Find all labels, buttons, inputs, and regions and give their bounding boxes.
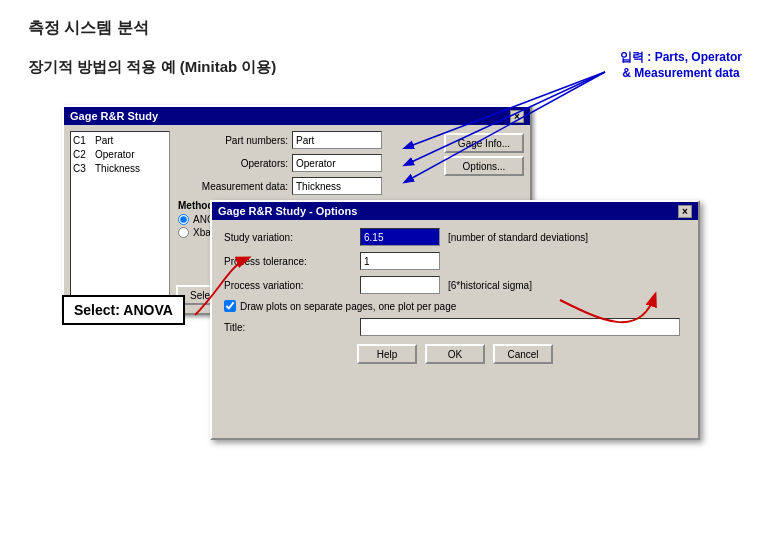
page-title: 측정 시스템 분석 [28, 18, 149, 39]
process-tolerance-label: Process tolerance: [224, 256, 354, 267]
xbar-radio[interactable] [178, 227, 189, 238]
checkbox-row: Draw plots on separate pages, one plot p… [224, 300, 686, 312]
annotation-label: 입력 : Parts, Operator & Measurement data [620, 50, 742, 81]
process-variation-row: Process variation: [6*historical sigma] [224, 276, 686, 294]
checkbox-label: Draw plots on separate pages, one plot p… [240, 301, 456, 312]
dialog-options-titlebar: Gage R&R Study - Options × [212, 202, 698, 220]
list-item: C2 Operator [73, 148, 167, 162]
process-tolerance-row: Process tolerance: [224, 252, 686, 270]
process-variation-input[interactable] [360, 276, 440, 294]
options-buttons: Help OK Cancel [224, 344, 686, 364]
measurement-label: Measurement data: [178, 181, 288, 192]
process-variation-label: Process variation: [224, 280, 354, 291]
measurement-input[interactable] [292, 177, 382, 195]
options-button[interactable]: Options... [444, 156, 524, 176]
process-variation-hint: [6*historical sigma] [448, 280, 532, 291]
title-row: Title: [224, 318, 686, 336]
study-variation-input[interactable] [360, 228, 440, 246]
separate-pages-checkbox[interactable] [224, 300, 236, 312]
part-numbers-row: Part numbers: [178, 131, 434, 149]
study-variation-label: Study variation: [224, 232, 354, 243]
anova-radio[interactable] [178, 214, 189, 225]
select-anova-label: Select: ANOVA [74, 302, 173, 318]
dialog-main-title: Gage R&R Study [70, 110, 158, 122]
part-numbers-input[interactable] [292, 131, 382, 149]
part-numbers-label: Part numbers: [178, 135, 288, 146]
operators-input[interactable] [292, 154, 382, 172]
dialog-main-titlebar: Gage R&R Study × [64, 107, 530, 125]
dialog-options-close[interactable]: × [678, 205, 692, 218]
options-ok-button[interactable]: OK [425, 344, 485, 364]
measurement-row: Measurement data: [178, 177, 434, 195]
list-item: C1 Part [73, 134, 167, 148]
process-tolerance-input[interactable] [360, 252, 440, 270]
study-variation-row: Study variation: [number of standard dev… [224, 228, 686, 246]
title-label: Title: [224, 322, 354, 333]
column-list: C1 Part C2 Operator C3 Thickness [70, 131, 170, 307]
list-item: C3 Thickness [73, 162, 167, 176]
dialog-options: Gage R&R Study - Options × Study variati… [210, 200, 700, 440]
gage-info-button[interactable]: Gage Info... [444, 133, 524, 153]
section-title: 장기적 방법의 적용 예 (Minitab 이용) [28, 58, 276, 77]
title-input[interactable] [360, 318, 680, 336]
options-content: Study variation: [number of standard dev… [212, 220, 698, 372]
operators-row: Operators: [178, 154, 434, 172]
options-help-button[interactable]: Help [357, 344, 417, 364]
select-anova-box: Select: ANOVA [62, 295, 185, 325]
dialog-main-close[interactable]: × [510, 110, 524, 123]
options-cancel-button[interactable]: Cancel [493, 344, 553, 364]
study-variation-hint: [number of standard deviations] [448, 232, 588, 243]
operators-label: Operators: [178, 158, 288, 169]
dialog-options-title: Gage R&R Study - Options [218, 205, 357, 217]
